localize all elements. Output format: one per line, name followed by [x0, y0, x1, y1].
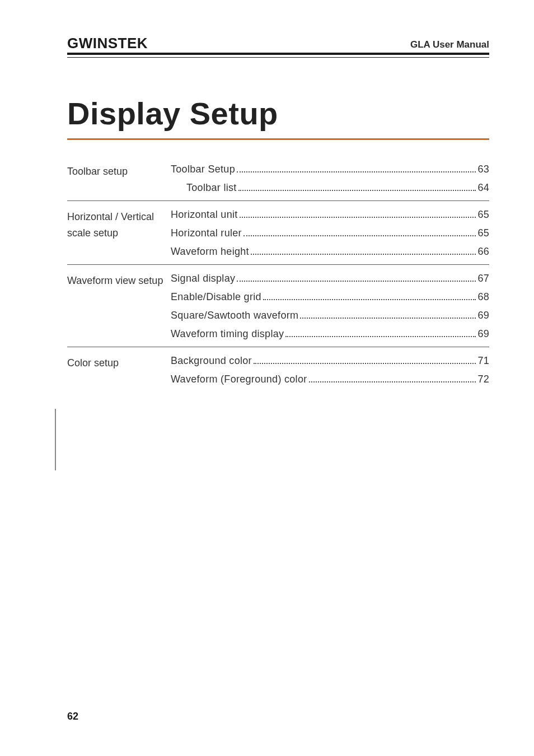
toc-entry: Signal display67 [171, 269, 489, 288]
toc-entry: Background color71 [171, 352, 489, 370]
toc-entry-text: Background color [171, 355, 252, 367]
toc-leader-dots [285, 336, 476, 337]
toc-leader-dots [237, 171, 476, 172]
side-marker [55, 409, 56, 470]
toc-entry-page: 67 [477, 273, 489, 284]
toc-leader-dots [263, 299, 476, 300]
toc-entry-text: Waveform timing display [171, 328, 284, 340]
toc-entry-text: Enable/Disable grid [171, 291, 261, 303]
page-number: 62 [67, 711, 78, 722]
toc-entry-page: 63 [477, 164, 489, 175]
toc-leader-dots [240, 217, 476, 218]
toc-section: Color setupBackground color71Waveform (F… [67, 347, 489, 392]
toc-entry-text: Waveform height [171, 246, 249, 258]
toc-leader-dots [238, 190, 476, 191]
toc-entry-page: 68 [477, 291, 489, 303]
toc-entry: Waveform height66 [171, 242, 489, 261]
toc-section: Toolbar setupToolbar Setup63Toolbar list… [67, 156, 489, 201]
toc-entry-page: 71 [477, 355, 489, 367]
toc-section-label: Horizontal / Vertical scale setup [67, 206, 171, 261]
toc-leader-dots [254, 363, 476, 364]
logo-text: GWINSTEK [67, 36, 148, 50]
toc-entry: Toolbar list64 [171, 179, 489, 197]
toc-section-label: Waveform view setup [67, 269, 171, 343]
toc-entry-page: 64 [477, 182, 489, 194]
document-title: GLA User Manual [410, 39, 489, 50]
toc-leader-dots [309, 381, 476, 382]
toc-entry-text: Toolbar Setup [171, 164, 235, 175]
toc-section-label: Color setup [67, 352, 171, 389]
toc-section: Horizontal / Vertical scale setupHorizon… [67, 201, 489, 265]
brand-logo: GWINSTEK [67, 36, 148, 50]
toc-entry-page: 69 [477, 310, 489, 321]
chapter-title: Display Setup [67, 95, 489, 132]
toc-entry-page: 66 [477, 246, 489, 258]
toc-entry-page: 69 [477, 328, 489, 340]
table-of-contents: Toolbar setupToolbar Setup63Toolbar list… [67, 156, 489, 392]
toc-entry-text: Signal display [171, 273, 235, 284]
toc-leader-dots [243, 235, 476, 236]
toc-entry: Horizontal unit65 [171, 206, 489, 224]
page-header: GWINSTEK GLA User Manual [67, 36, 489, 55]
toc-section-label: Toolbar setup [67, 160, 171, 197]
toc-entry-text: Square/Sawtooth waveform [171, 310, 298, 321]
toc-entry: Horizontal ruler65 [171, 224, 489, 242]
toc-entry: Waveform timing display69 [171, 325, 489, 343]
toc-entry: Waveform (Foreground) color72 [171, 370, 489, 389]
title-underline [67, 138, 489, 140]
toc-leader-dots [237, 281, 476, 282]
toc-entry: Toolbar Setup63 [171, 160, 489, 179]
toc-entry-page: 65 [477, 227, 489, 239]
toc-entries: Horizontal unit65Horizontal ruler65Wavef… [171, 206, 489, 261]
toc-leader-dots [300, 318, 476, 319]
toc-entry-page: 72 [477, 374, 489, 385]
toc-entry-text: Waveform (Foreground) color [171, 374, 307, 385]
toc-entry-text: Horizontal unit [171, 209, 238, 221]
toc-leader-dots [251, 254, 476, 255]
toc-section: Waveform view setupSignal display67Enabl… [67, 265, 489, 347]
toc-entry-page: 65 [477, 209, 489, 221]
toc-entry-text: Toolbar list [171, 182, 237, 194]
toc-entry-text: Horizontal ruler [171, 227, 242, 239]
toc-entries: Signal display67Enable/Disable grid68Squ… [171, 269, 489, 343]
toc-entry: Square/Sawtooth waveform69 [171, 306, 489, 325]
toc-entries: Toolbar Setup63Toolbar list64 [171, 160, 489, 197]
toc-entries: Background color71Waveform (Foreground) … [171, 352, 489, 389]
toc-entry: Enable/Disable grid68 [171, 288, 489, 306]
